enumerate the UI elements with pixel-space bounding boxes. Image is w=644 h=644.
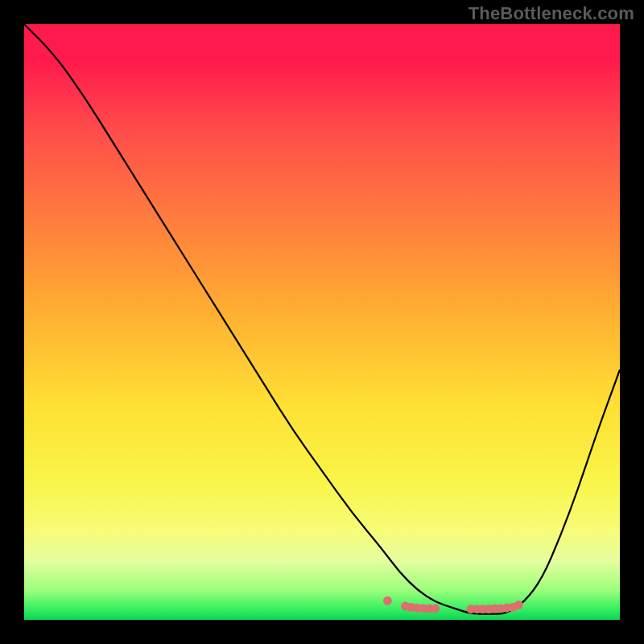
curve-line [24,24,620,614]
chart-frame: TheBottleneck.com [0,0,644,644]
curve-marker [514,601,523,609]
curve-marker [383,597,392,605]
watermark-label: TheBottleneck.com [469,3,634,24]
plot-area [24,24,620,620]
curve-marker [431,604,440,613]
bottleneck-curve [24,24,620,620]
curve-markers [383,597,523,613]
